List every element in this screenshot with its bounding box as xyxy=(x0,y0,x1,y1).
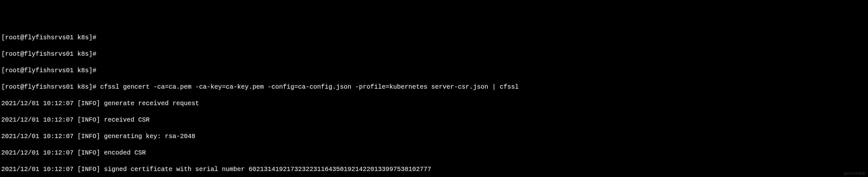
command-line: [root@flyfishsrvs01 k8s]# cfssl gencert … xyxy=(1,83,867,91)
log-info: 2021/12/01 10:12:07 [INFO] received CSR xyxy=(1,116,867,124)
prompt-line: [root@flyfishsrvs01 k8s]# xyxy=(1,50,867,58)
log-info: 2021/12/01 10:12:07 [INFO] generate rece… xyxy=(1,99,867,108)
log-info: 2021/12/01 10:12:07 [INFO] encoded CSR xyxy=(1,149,867,157)
log-info: 2021/12/01 10:12:07 [INFO] signed certif… xyxy=(1,165,867,174)
prompt-line-partial: [root@flyfishsrvs01 k8s]# xyxy=(1,34,867,42)
prompt-line: [root@flyfishsrvs01 k8s]# xyxy=(1,67,867,75)
watermark: @51CTO博客 xyxy=(844,171,865,176)
log-info: 2021/12/01 10:12:07 [INFO] generating ke… xyxy=(1,132,867,141)
command-text: cfssl gencert -ca=ca.pem -ca-key=ca-key.… xyxy=(100,83,519,91)
prompt: [root@flyfishsrvs01 k8s]# xyxy=(1,83,100,91)
